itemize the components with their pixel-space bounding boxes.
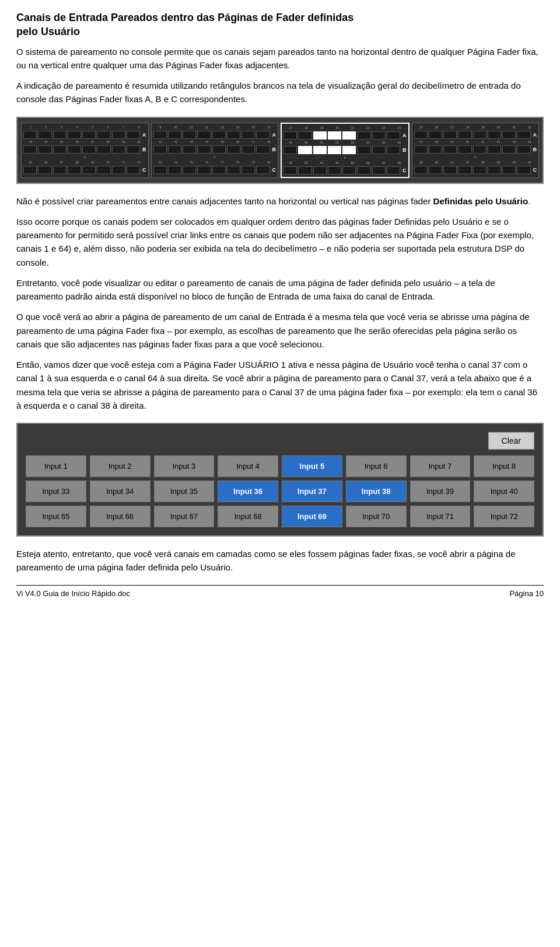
input-cell-8[interactable]: Input 8 (474, 455, 534, 477)
paragraph-3: Não é possível criar pareamentos entre c… (16, 194, 544, 208)
input-cell-36[interactable]: Input 36 (218, 481, 278, 502)
footer-page-number: Página 10 (509, 589, 544, 598)
input-cell-7[interactable]: Input 7 (410, 455, 471, 477)
fader-page-3: 1718192021222324 A 4950515253545556 B 0 … (281, 123, 410, 178)
input-cell-37[interactable]: Input 37 (282, 481, 342, 502)
paragraph-8: Esteja atento, entretanto, que você verá… (16, 547, 544, 575)
pairing-row-1: Input 1 Input 2 Input 3 Input 4 Input 5 … (26, 455, 534, 477)
input-cell-69[interactable]: Input 69 (282, 506, 342, 527)
input-cell-5[interactable]: Input 5 (282, 455, 342, 477)
paragraph-4: Isso ocorre porque os canais podem ser c… (16, 215, 544, 269)
input-cell-4[interactable]: Input 4 (218, 455, 278, 477)
input-cell-34[interactable]: Input 34 (90, 481, 150, 502)
input-cell-71[interactable]: Input 71 (410, 506, 471, 527)
paragraph-1: O sistema de pareamento no console permi… (16, 45, 544, 72)
input-cell-6[interactable]: Input 6 (346, 455, 407, 477)
pairing-grid: Input 1 Input 2 Input 3 Input 4 Input 5 … (26, 455, 534, 527)
input-cell-66[interactable]: Input 66 (90, 506, 150, 527)
input-cell-39[interactable]: Input 39 (410, 481, 471, 502)
input-cell-2[interactable]: Input 2 (90, 455, 150, 477)
fader-page-1: 12345678 A 3334353637383940 B 0 65666768… (21, 123, 149, 178)
input-cell-33[interactable]: Input 33 (26, 481, 86, 502)
input-cell-40[interactable]: Input 40 (474, 481, 534, 502)
paragraph-2: A indicação de pareamento é resumida uti… (16, 79, 544, 106)
pairing-row-3: Input 65 Input 66 Input 67 Input 68 Inpu… (26, 506, 534, 527)
pairing-row-2: Input 33 Input 34 Input 35 Input 36 Inpu… (26, 481, 534, 502)
pairing-header: Clear (26, 432, 534, 450)
page-title: Canais de Entrada Pareados dentro das Pá… (16, 11, 544, 39)
paragraph-6: O que você verá ao abrir a página de par… (16, 310, 544, 351)
input-cell-70[interactable]: Input 70 (346, 506, 407, 527)
input-cell-68[interactable]: Input 68 (218, 506, 278, 527)
input-cell-65[interactable]: Input 65 (26, 506, 86, 527)
input-cell-72[interactable]: Input 72 (474, 506, 534, 527)
fader-diagram: 12345678 A 3334353637383940 B 0 65666768… (16, 117, 544, 184)
footer: Vi V4.0 Guia de Início Rápido.doc Página… (16, 585, 544, 598)
paragraph-7: Então, vamos dizer que você esteja com a… (16, 358, 544, 412)
input-cell-67[interactable]: Input 67 (154, 506, 215, 527)
pairing-screen: Clear Input 1 Input 2 Input 3 Input 4 In… (16, 423, 544, 537)
input-cell-3[interactable]: Input 3 (154, 455, 215, 477)
input-cell-38[interactable]: Input 38 (346, 481, 407, 502)
input-cell-1[interactable]: Input 1 (26, 455, 86, 477)
fader-page-2: 910111213141516 A 4142434445464748 B 0 7… (151, 123, 279, 178)
fader-page-4: 2526272829303132 A 5758596061626364 B 0 … (412, 123, 540, 178)
input-cell-35[interactable]: Input 35 (154, 481, 215, 502)
paragraph-5: Entretanto, você pode visualizar ou edit… (16, 276, 544, 304)
footer-filename: Vi V4.0 Guia de Início Rápido.doc (16, 589, 130, 598)
clear-button[interactable]: Clear (488, 432, 534, 450)
